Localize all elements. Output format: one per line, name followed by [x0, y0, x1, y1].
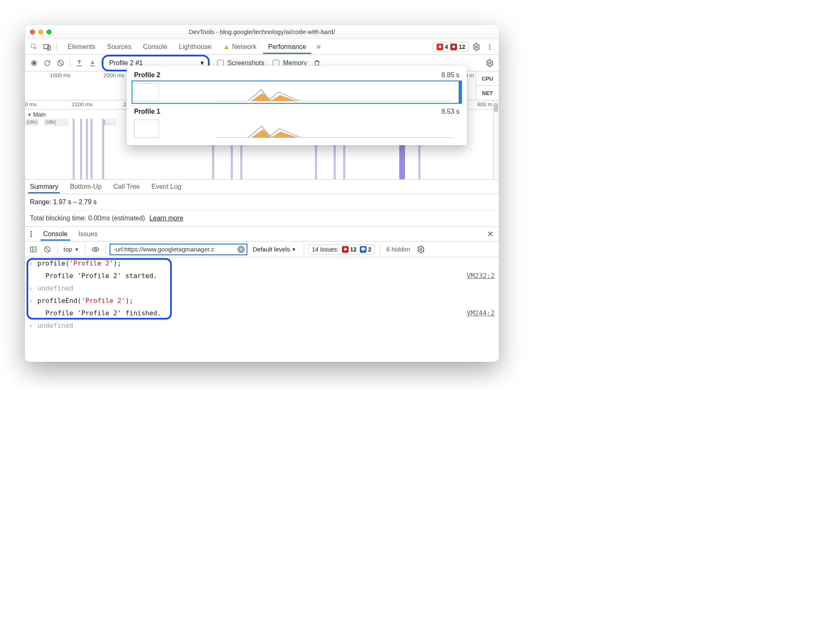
- upload-profile-icon[interactable]: [73, 57, 85, 69]
- hidden-count[interactable]: 6 hidden: [384, 246, 413, 253]
- vertical-scrollbar[interactable]: [493, 100, 499, 179]
- main-thread-label[interactable]: Main: [27, 111, 46, 118]
- detail-tab-call-tree[interactable]: Call Tree: [112, 180, 142, 193]
- error-count-b: 12: [459, 44, 465, 50]
- clear-icon[interactable]: [55, 57, 66, 69]
- input-marker-icon: ›: [27, 258, 34, 269]
- svg-point-13: [31, 233, 32, 234]
- svg-point-4: [489, 44, 491, 45]
- svg-point-12: [31, 231, 32, 232]
- reload-record-icon[interactable]: [42, 57, 53, 69]
- overview-track-net: NET: [476, 86, 499, 100]
- tab-lighthouse[interactable]: Lighthouse: [174, 40, 216, 54]
- svg-rect-2: [48, 46, 51, 50]
- tab-console[interactable]: Console: [138, 40, 172, 54]
- detail-tabs: SummaryBottom-UpCall TreeEvent Log: [25, 179, 499, 194]
- idle-block[interactable]: (idle): [25, 119, 39, 126]
- drawer-kebab-icon[interactable]: [27, 230, 35, 238]
- tab-performance[interactable]: Performance: [263, 40, 311, 54]
- drawer-tab-console[interactable]: Console: [41, 227, 70, 241]
- minimize-window-button[interactable]: [38, 29, 43, 34]
- tab-label: Sources: [107, 43, 132, 51]
- clear-filter-icon[interactable]: ✕: [237, 246, 245, 253]
- device-toolbar-icon[interactable]: [42, 41, 53, 53]
- zoom-window-button[interactable]: [46, 29, 51, 34]
- flame-tick: 0 ms: [25, 101, 37, 107]
- issues-msg-count: 2: [368, 246, 371, 253]
- overview-tracks: CPU NET: [476, 71, 499, 100]
- svg-line-18: [46, 247, 49, 251]
- record-button-icon[interactable]: [28, 57, 40, 69]
- log-levels-select[interactable]: Default levels ▼: [249, 246, 300, 253]
- tab-label: Network: [232, 43, 256, 51]
- chevron-down-icon: ▼: [75, 247, 79, 252]
- idle-block[interactable]: (idle): [44, 119, 69, 126]
- console-settings-gear-icon[interactable]: [415, 244, 427, 255]
- tab-network[interactable]: ▲Network: [218, 40, 261, 54]
- console-line[interactable]: ›profileEnd('Profile 2');: [25, 295, 499, 307]
- console-output[interactable]: ›profile('Profile 2'); Profile 'Profile …: [25, 257, 499, 362]
- console-filter-input[interactable]: -url:https://www.googletagmanager.c ✕: [110, 244, 247, 255]
- live-expression-eye-icon[interactable]: [90, 244, 101, 255]
- drawer-tab-issues[interactable]: Issues: [76, 227, 100, 241]
- console-text: undefined: [37, 283, 491, 294]
- kebab-menu-icon[interactable]: [484, 41, 496, 53]
- input-marker-icon: ›: [27, 295, 34, 307]
- main-tabs-row: ElementsSourcesConsoleLighthouse▲Network…: [25, 39, 499, 55]
- panel-tabs: ElementsSourcesConsoleLighthouse▲Network…: [63, 40, 311, 54]
- inspect-element-icon[interactable]: [28, 41, 40, 53]
- svg-point-5: [489, 46, 491, 47]
- console-text: Profile 'Profile 2' finished.: [37, 308, 464, 319]
- window-controls: [30, 29, 51, 34]
- profile-option[interactable]: Profile 18.53 s: [129, 105, 464, 141]
- profile-duration: 8.53 s: [441, 108, 459, 115]
- range-text: Range: 1.97 s – 2.79 s: [25, 194, 499, 210]
- svg-point-6: [489, 48, 491, 49]
- svg-rect-15: [30, 247, 36, 252]
- idle-block[interactable]: (…: [102, 119, 117, 126]
- tab-label: Console: [143, 43, 167, 51]
- console-clear-icon[interactable]: [42, 244, 53, 255]
- detail-tab-event-log[interactable]: Event Log: [150, 180, 183, 193]
- console-line[interactable]: Profile 'Profile 2' finished.VM244:2: [25, 307, 499, 320]
- source-link[interactable]: VM244:2: [467, 308, 495, 319]
- profile-name: Profile 1: [134, 108, 160, 115]
- console-context-select[interactable]: top ▼: [62, 246, 81, 253]
- issues-error-count: 12: [350, 246, 357, 253]
- svg-point-14: [31, 235, 32, 237]
- console-sidebar-toggle-icon[interactable]: [27, 244, 39, 255]
- detail-tab-summary[interactable]: Summary: [28, 180, 60, 193]
- svg-point-19: [94, 248, 96, 250]
- profile-option[interactable]: Profile 28.85 s: [129, 68, 464, 105]
- tab-sources[interactable]: Sources: [102, 40, 137, 54]
- profile-dropdown[interactable]: Profile 28.85 sProfile 18.53 s: [127, 66, 467, 145]
- console-line[interactable]: ‹undefined: [25, 320, 499, 332]
- console-line[interactable]: ›profile('Profile 2');: [25, 257, 499, 270]
- settings-gear-icon[interactable]: [471, 41, 482, 53]
- source-link[interactable]: VM232:2: [467, 270, 495, 282]
- error-counts[interactable]: ✖4 ✖12: [433, 42, 469, 52]
- svg-point-8: [33, 62, 35, 64]
- console-text: Profile 'Profile 2' started.: [37, 270, 464, 282]
- detail-tab-bottom-up[interactable]: Bottom-Up: [68, 180, 103, 193]
- capture-settings-gear-icon[interactable]: [484, 57, 496, 69]
- console-text: profile('Profile 2');: [37, 258, 491, 269]
- console-line[interactable]: Profile 'Profile 2' started.VM232:2: [25, 270, 499, 282]
- learn-more-link[interactable]: Learn more: [149, 215, 183, 222]
- tab-label: Lighthouse: [179, 43, 211, 51]
- scroll-thumb[interactable]: [494, 103, 498, 112]
- tab-label: Elements: [68, 43, 95, 51]
- drawer-close-icon[interactable]: ✕: [484, 229, 496, 239]
- error-count-a: 4: [445, 44, 448, 50]
- more-tabs-chevron-icon[interactable]: »: [313, 41, 325, 53]
- flame-tick: 800 m: [477, 101, 492, 107]
- svg-point-11: [489, 62, 491, 64]
- issues-label: 14 Issues:: [312, 246, 339, 253]
- console-text: undefined: [37, 320, 491, 332]
- issues-summary[interactable]: 14 Issues: ✖12 💬2: [308, 244, 375, 254]
- svg-line-10: [59, 61, 63, 65]
- close-window-button[interactable]: [30, 29, 35, 34]
- console-line[interactable]: ‹undefined: [25, 282, 499, 295]
- download-profile-icon[interactable]: [87, 57, 98, 69]
- tab-elements[interactable]: Elements: [63, 40, 100, 54]
